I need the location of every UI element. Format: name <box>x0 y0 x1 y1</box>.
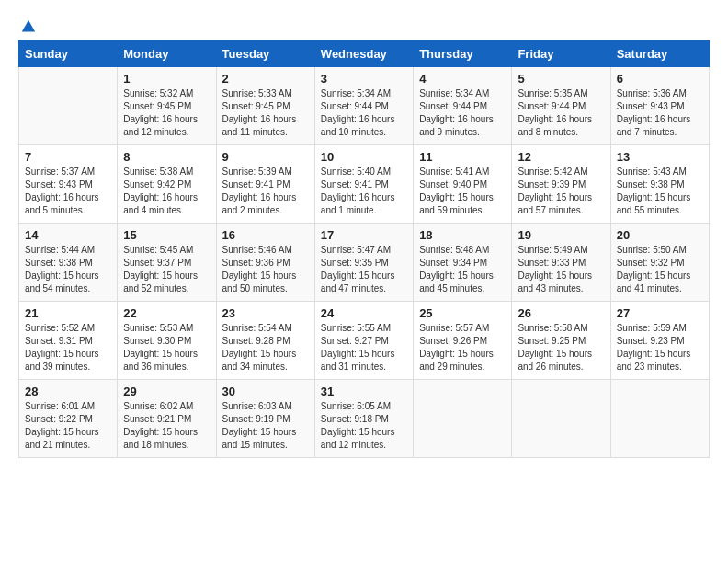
sunrise-text: Sunrise: 5:35 AM <box>518 87 604 100</box>
daylight-text: Daylight: 15 hours and 55 minutes. <box>617 191 703 217</box>
daylight-text: Daylight: 16 hours and 2 minutes. <box>222 191 309 217</box>
day-number: 20 <box>617 228 703 242</box>
calendar-cell: 18 Sunrise: 5:48 AM Sunset: 9:34 PM Dayl… <box>414 224 512 302</box>
sunrise-text: Sunrise: 5:53 AM <box>123 322 210 335</box>
sunrise-text: Sunrise: 5:43 AM <box>617 166 703 178</box>
daylight-text: Daylight: 15 hours and 26 minutes. <box>518 348 604 373</box>
weekday-header-saturday: Saturday <box>610 41 709 67</box>
sunrise-text: Sunrise: 5:52 AM <box>25 322 111 335</box>
calendar-cell: 30 Sunrise: 6:03 AM Sunset: 9:19 PM Dayl… <box>216 380 314 458</box>
calendar-cell: 4 Sunrise: 5:34 AM Sunset: 9:44 PM Dayli… <box>414 67 512 145</box>
sunrise-text: Sunrise: 5:58 AM <box>518 322 604 335</box>
sunset-text: Sunset: 9:25 PM <box>518 335 604 348</box>
cell-info: Sunrise: 5:37 AM Sunset: 9:43 PM Dayligh… <box>25 166 111 217</box>
calendar-cell: 8 Sunrise: 5:38 AM Sunset: 9:42 PM Dayli… <box>118 145 216 224</box>
calendar-cell: 20 Sunrise: 5:50 AM Sunset: 9:32 PM Dayl… <box>610 224 709 302</box>
sunrise-text: Sunrise: 5:42 AM <box>518 166 604 178</box>
day-number: 24 <box>321 306 407 320</box>
sunset-text: Sunset: 9:43 PM <box>617 100 703 113</box>
day-number: 27 <box>617 306 703 320</box>
weekday-header-row: SundayMondayTuesdayWednesdayThursdayFrid… <box>19 41 710 67</box>
sunrise-text: Sunrise: 6:02 AM <box>123 400 210 413</box>
cell-info: Sunrise: 6:05 AM Sunset: 9:18 PM Dayligh… <box>321 400 407 452</box>
daylight-text: Daylight: 15 hours and 18 minutes. <box>123 426 210 452</box>
cell-info: Sunrise: 5:50 AM Sunset: 9:32 PM Dayligh… <box>617 244 703 295</box>
daylight-text: Daylight: 15 hours and 29 minutes. <box>419 348 506 373</box>
day-number: 2 <box>222 72 309 86</box>
day-number: 31 <box>321 385 407 398</box>
calendar-cell: 9 Sunrise: 5:39 AM Sunset: 9:41 PM Dayli… <box>216 145 314 224</box>
sunset-text: Sunset: 9:37 PM <box>123 257 210 270</box>
calendar-week-row: 21 Sunrise: 5:52 AM Sunset: 9:31 PM Dayl… <box>19 302 710 380</box>
cell-info: Sunrise: 5:42 AM Sunset: 9:39 PM Dayligh… <box>518 166 604 217</box>
sunset-text: Sunset: 9:43 PM <box>25 178 111 191</box>
cell-info: Sunrise: 5:32 AM Sunset: 9:45 PM Dayligh… <box>123 87 210 139</box>
cell-info: Sunrise: 5:40 AM Sunset: 9:41 PM Dayligh… <box>321 166 407 217</box>
day-number: 3 <box>321 72 407 86</box>
sunrise-text: Sunrise: 5:47 AM <box>321 244 407 257</box>
daylight-text: Daylight: 15 hours and 52 minutes. <box>123 270 210 295</box>
daylight-text: Daylight: 15 hours and 43 minutes. <box>518 270 604 295</box>
day-number: 22 <box>123 306 210 320</box>
sunset-text: Sunset: 9:19 PM <box>222 413 309 426</box>
day-number: 17 <box>321 228 407 242</box>
calendar-cell: 29 Sunrise: 6:02 AM Sunset: 9:21 PM Dayl… <box>118 380 216 458</box>
sunrise-text: Sunrise: 5:39 AM <box>222 166 309 178</box>
day-number: 23 <box>222 306 309 320</box>
cell-info: Sunrise: 5:46 AM Sunset: 9:36 PM Dayligh… <box>222 244 309 295</box>
sunset-text: Sunset: 9:38 PM <box>617 178 703 191</box>
day-number: 14 <box>25 228 111 242</box>
day-number: 25 <box>419 306 506 320</box>
calendar-cell: 3 Sunrise: 5:34 AM Sunset: 9:44 PM Dayli… <box>314 67 413 145</box>
sunset-text: Sunset: 9:36 PM <box>222 257 309 270</box>
sunrise-text: Sunrise: 5:41 AM <box>419 166 506 178</box>
calendar-cell: 25 Sunrise: 5:57 AM Sunset: 9:26 PM Dayl… <box>414 302 512 380</box>
calendar-cell: 22 Sunrise: 5:53 AM Sunset: 9:30 PM Dayl… <box>118 302 216 380</box>
cell-info: Sunrise: 5:34 AM Sunset: 9:44 PM Dayligh… <box>419 87 506 139</box>
cell-info: Sunrise: 6:02 AM Sunset: 9:21 PM Dayligh… <box>123 400 210 452</box>
sunrise-text: Sunrise: 5:48 AM <box>419 244 506 257</box>
sunset-text: Sunset: 9:39 PM <box>518 178 604 191</box>
sunset-text: Sunset: 9:41 PM <box>321 178 407 191</box>
daylight-text: Daylight: 16 hours and 12 minutes. <box>123 113 210 139</box>
daylight-text: Daylight: 15 hours and 50 minutes. <box>222 270 309 295</box>
sunset-text: Sunset: 9:30 PM <box>123 335 210 348</box>
daylight-text: Daylight: 16 hours and 9 minutes. <box>419 113 506 139</box>
cell-info: Sunrise: 5:35 AM Sunset: 9:44 PM Dayligh… <box>518 87 604 139</box>
daylight-text: Daylight: 16 hours and 10 minutes. <box>321 113 407 139</box>
cell-info: Sunrise: 5:58 AM Sunset: 9:25 PM Dayligh… <box>518 322 604 373</box>
calendar-cell: 10 Sunrise: 5:40 AM Sunset: 9:41 PM Dayl… <box>314 145 413 224</box>
sunrise-text: Sunrise: 6:03 AM <box>222 400 309 413</box>
daylight-text: Daylight: 16 hours and 5 minutes. <box>25 191 111 217</box>
daylight-text: Daylight: 15 hours and 45 minutes. <box>419 270 506 295</box>
sunset-text: Sunset: 9:21 PM <box>123 413 210 426</box>
sunrise-text: Sunrise: 5:40 AM <box>321 166 407 178</box>
sunset-text: Sunset: 9:23 PM <box>617 335 703 348</box>
svg-marker-0 <box>22 20 35 32</box>
sunset-text: Sunset: 9:44 PM <box>419 100 506 113</box>
sunrise-text: Sunrise: 5:59 AM <box>617 322 703 335</box>
cell-info: Sunrise: 5:38 AM Sunset: 9:42 PM Dayligh… <box>123 166 210 217</box>
cell-info: Sunrise: 5:45 AM Sunset: 9:37 PM Dayligh… <box>123 244 210 295</box>
daylight-text: Daylight: 15 hours and 41 minutes. <box>617 270 703 295</box>
calendar-cell: 21 Sunrise: 5:52 AM Sunset: 9:31 PM Dayl… <box>19 302 118 380</box>
sunset-text: Sunset: 9:28 PM <box>222 335 309 348</box>
day-number: 15 <box>123 228 210 242</box>
day-number: 10 <box>321 150 407 164</box>
cell-info: Sunrise: 5:53 AM Sunset: 9:30 PM Dayligh… <box>123 322 210 373</box>
sunset-text: Sunset: 9:44 PM <box>321 100 407 113</box>
sunset-text: Sunset: 9:27 PM <box>321 335 407 348</box>
calendar-cell <box>610 380 709 458</box>
sunset-text: Sunset: 9:33 PM <box>518 257 604 270</box>
cell-info: Sunrise: 5:44 AM Sunset: 9:38 PM Dayligh… <box>25 244 111 295</box>
sunrise-text: Sunrise: 5:49 AM <box>518 244 604 257</box>
calendar-week-row: 7 Sunrise: 5:37 AM Sunset: 9:43 PM Dayli… <box>19 145 710 224</box>
calendar-cell: 23 Sunrise: 5:54 AM Sunset: 9:28 PM Dayl… <box>216 302 314 380</box>
cell-info: Sunrise: 5:54 AM Sunset: 9:28 PM Dayligh… <box>222 322 309 373</box>
calendar-cell: 24 Sunrise: 5:55 AM Sunset: 9:27 PM Dayl… <box>314 302 413 380</box>
logo-icon <box>20 18 37 35</box>
calendar-cell: 15 Sunrise: 5:45 AM Sunset: 9:37 PM Dayl… <box>118 224 216 302</box>
daylight-text: Daylight: 15 hours and 36 minutes. <box>123 348 210 373</box>
daylight-text: Daylight: 16 hours and 8 minutes. <box>518 113 604 139</box>
sunrise-text: Sunrise: 5:54 AM <box>222 322 309 335</box>
